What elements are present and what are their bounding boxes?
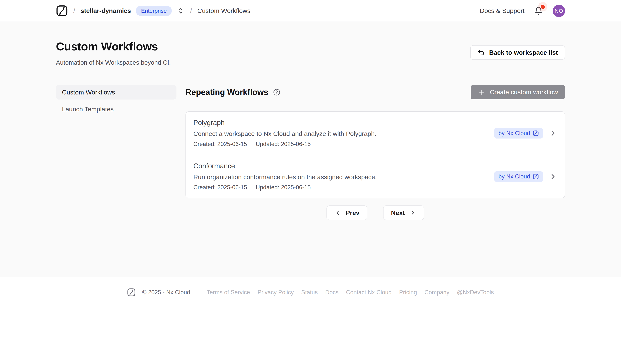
sidebar-item-label: Custom Workflows: [62, 89, 115, 96]
chevron-right-icon[interactable]: [549, 173, 557, 181]
workflow-name: Polygraph: [193, 119, 376, 127]
workflow-updated: Updated: 2025-06-15: [256, 184, 311, 191]
workflows-sidebar: Custom Workflows Launch Templates: [56, 85, 176, 116]
navbar-actions: Docs & Support NO: [480, 5, 565, 17]
workflow-list: Polygraph Connect a workspace to Nx Clou…: [186, 111, 565, 198]
nx-logo-icon[interactable]: [56, 5, 68, 17]
notifications-bell-icon[interactable]: [534, 6, 543, 16]
breadcrumb-separator: /: [190, 7, 192, 15]
page-header: Custom Workflows Automation of Nx Worksp…: [56, 40, 171, 66]
workflow-description: Run organization conformance rules on th…: [193, 173, 377, 181]
chevron-right-icon: [409, 209, 416, 216]
nx-cloud-mini-logo-icon: [533, 130, 539, 136]
page-footer: © 2025 - Nx Cloud Terms of Service Priva…: [0, 277, 621, 364]
breadcrumb-org[interactable]: stellar-dynamics: [81, 7, 131, 15]
breadcrumb: / stellar-dynamics Enterprise / Custom W…: [56, 5, 250, 17]
footer-link[interactable]: Company: [424, 289, 449, 296]
next-page-button[interactable]: Next: [383, 206, 424, 220]
workflow-updated: Updated: 2025-06-15: [256, 141, 311, 147]
pagination: Prev Next: [186, 206, 565, 220]
enterprise-badge: Enterprise: [136, 6, 172, 16]
plus-icon: [478, 88, 486, 96]
notification-dot: [541, 5, 545, 9]
page-subtitle: Automation of Nx Workspaces beyond CI.: [56, 59, 171, 66]
back-to-workspace-list-button[interactable]: Back to workspace list: [470, 45, 565, 60]
footer-link[interactable]: Terms of Service: [207, 289, 250, 296]
footer-link[interactable]: Docs: [325, 289, 339, 296]
workflow-row-main: Conformance Run organization conformance…: [193, 162, 377, 191]
workflow-created: Created: 2025-06-15: [193, 184, 247, 191]
section-title: Repeating Workflows: [186, 88, 268, 97]
breadcrumb-page: Custom Workflows: [197, 7, 250, 15]
main-section: Custom Workflows Automation of Nx Worksp…: [0, 22, 621, 277]
workflow-name: Conformance: [193, 162, 377, 170]
prev-page-button[interactable]: Prev: [327, 206, 367, 220]
help-circle-icon[interactable]: [273, 89, 280, 96]
sidebar-item-label: Launch Templates: [62, 106, 114, 113]
footer-link[interactable]: Status: [301, 289, 318, 296]
workflow-description: Connect a workspace to Nx Cloud and anal…: [193, 130, 376, 137]
copyright-text: © 2025 - Nx Cloud: [142, 289, 190, 296]
breadcrumb-separator: /: [73, 7, 75, 15]
top-navbar: / stellar-dynamics Enterprise / Custom W…: [0, 0, 621, 22]
workspace-switcher-icon[interactable]: [177, 7, 185, 15]
user-avatar[interactable]: NO: [553, 5, 565, 17]
chevron-right-icon[interactable]: [549, 129, 557, 137]
nx-cloud-mini-logo-icon: [533, 174, 539, 180]
footer-links: Terms of Service Privacy Policy Status D…: [207, 289, 494, 296]
workflow-row[interactable]: Conformance Run organization conformance…: [186, 155, 565, 198]
workflow-created: Created: 2025-06-15: [193, 141, 247, 147]
by-nx-cloud-badge[interactable]: by Nx Cloud: [494, 171, 543, 182]
page-title: Custom Workflows: [56, 40, 171, 53]
sidebar-item[interactable]: Launch Templates: [56, 102, 176, 116]
footer-link[interactable]: Privacy Policy: [258, 289, 294, 296]
nx-footer-logo-icon[interactable]: [127, 288, 136, 297]
create-custom-workflow-button[interactable]: Create custom workflow: [471, 85, 565, 99]
by-nx-cloud-badge[interactable]: by Nx Cloud: [494, 128, 543, 139]
workflow-row[interactable]: Polygraph Connect a workspace to Nx Clou…: [186, 112, 565, 155]
sidebar-item[interactable]: Custom Workflows: [56, 85, 176, 99]
footer-link[interactable]: @NxDevTools: [457, 289, 494, 296]
chevron-left-icon: [334, 209, 341, 216]
footer-link[interactable]: Pricing: [399, 289, 417, 296]
docs-support-link[interactable]: Docs & Support: [480, 7, 524, 15]
undo-arrow-icon: [477, 49, 485, 56]
footer-link[interactable]: Contact Nx Cloud: [346, 289, 392, 296]
workflow-row-main: Polygraph Connect a workspace to Nx Clou…: [193, 119, 376, 147]
